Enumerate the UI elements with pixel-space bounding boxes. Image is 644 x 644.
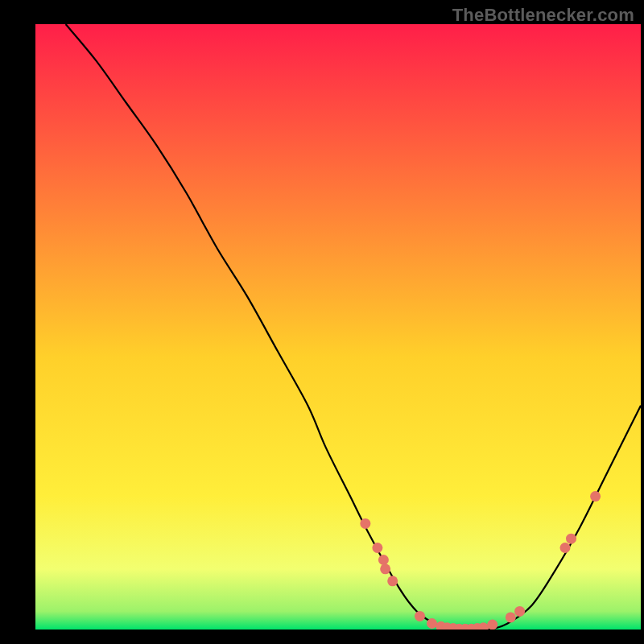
data-marker (590, 491, 601, 502)
data-marker (378, 555, 389, 565)
data-marker (506, 612, 516, 622)
chart-frame: TheBottlenecker.com (0, 0, 644, 644)
data-marker (415, 611, 425, 621)
data-marker (560, 543, 571, 553)
data-marker (514, 606, 525, 617)
gradient-background (35, 24, 641, 630)
data-marker (372, 543, 382, 553)
plot-area (35, 24, 641, 630)
data-marker (487, 619, 497, 630)
data-marker (387, 576, 398, 586)
watermark-text: TheBottlenecker.com (452, 5, 634, 26)
data-marker (566, 534, 576, 544)
data-marker (427, 618, 437, 629)
bottleneck-chart-svg (35, 24, 641, 630)
data-marker (380, 564, 390, 574)
data-marker (360, 518, 370, 529)
